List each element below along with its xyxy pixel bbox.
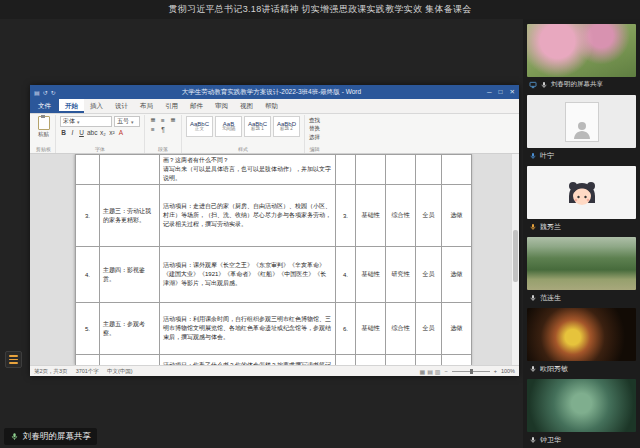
ribbon-group-font: 宋体▾ 五号▾ B I U abc x₂ x² A: [56, 115, 145, 153]
page-indicator: 第2页，共3页: [34, 368, 68, 375]
style-chip-nospace[interactable]: AaB 无间隔: [215, 116, 242, 137]
mic-icon: [529, 152, 537, 160]
bullets-icon[interactable]: ≣: [149, 116, 157, 124]
tab-review[interactable]: 审阅: [209, 99, 234, 113]
zoom-slider[interactable]: [452, 371, 490, 372]
close-button[interactable]: ✕: [510, 88, 515, 96]
select-button[interactable]: 选择: [309, 133, 320, 141]
underline-button[interactable]: U: [78, 129, 85, 136]
zoom-in-button[interactable]: +: [494, 368, 497, 374]
participant-video[interactable]: [527, 166, 636, 219]
indent-icon[interactable]: ≣: [169, 116, 177, 124]
floating-menu-button[interactable]: [5, 351, 22, 368]
tab-layout[interactable]: 布局: [134, 99, 159, 113]
hamburger-icon: [9, 355, 18, 357]
table-row: 5. 主题五：参观考察。 活动项目：利用课余时间，自行组织参观三明市红色博物馆、…: [76, 303, 472, 355]
participant-tile[interactable]: 范连生: [527, 237, 636, 304]
mic-icon: [10, 432, 19, 441]
font-color-button[interactable]: A: [117, 129, 124, 136]
document-scrollbar[interactable]: [511, 154, 519, 365]
find-button[interactable]: 查找: [309, 116, 320, 124]
tab-mailings[interactable]: 邮件: [184, 99, 209, 113]
tab-design[interactable]: 设计: [109, 99, 134, 113]
undo-icon[interactable]: ↺: [43, 89, 48, 96]
italic-button[interactable]: I: [69, 129, 76, 136]
lesson-plan-table: 画？这两者有什么不同？ 请写出来（可以是具体语言，也可以是肢体动作），并加以文字…: [75, 154, 472, 365]
participant-name: 欧阳秀敏: [540, 364, 568, 374]
pilcrow-icon[interactable]: ¶: [159, 126, 167, 133]
meeting-window: 贯彻习近平总书记3.18讲话精神 切实增强思政课实践教学实效 集体备课会 ▤ ↺…: [0, 0, 640, 448]
participant-tile[interactable]: 欧阳秀敏: [527, 308, 636, 375]
participant-name: 范连生: [540, 293, 561, 303]
quick-access-toolbar[interactable]: ▤ ↺ ↻: [34, 89, 56, 96]
participant-video[interactable]: [527, 237, 636, 290]
tab-view[interactable]: 视图: [234, 99, 259, 113]
participant-tile[interactable]: 叶宁: [527, 95, 636, 162]
numbering-icon[interactable]: ≡: [159, 117, 167, 124]
read-mode-icon[interactable]: ▦: [419, 368, 425, 375]
print-layout-icon[interactable]: ▤: [427, 368, 433, 375]
document-title: 大学生劳动教育实践教学方案设计-2022-3班4班-最终版 - Word: [60, 88, 483, 97]
bold-button[interactable]: B: [60, 129, 67, 136]
cartoon-avatar: [562, 173, 602, 213]
zoom-level: 100%: [501, 368, 515, 374]
ribbon-group-clipboard: 粘贴 剪贴板: [32, 115, 56, 153]
font-size-combo[interactable]: 五号▾: [114, 116, 140, 127]
replace-button[interactable]: 替换: [309, 124, 320, 132]
scrollbar-thumb[interactable]: [513, 230, 518, 282]
ribbon-tab-bar: 文件 开始 插入 设计 布局 引用 邮件 审阅 视图 帮助: [30, 99, 519, 114]
tab-file[interactable]: 文件: [30, 99, 59, 113]
share-banner: 刘春明的屏幕共享: [4, 428, 97, 445]
tab-references[interactable]: 引用: [159, 99, 184, 113]
word-title-bar: ▤ ↺ ↻ 大学生劳动教育实践教学方案设计-2022-3班4班-最终版 - Wo…: [30, 85, 519, 99]
participant-tile[interactable]: 刘春明的屏幕共享: [527, 24, 636, 91]
web-layout-icon[interactable]: ▥: [435, 368, 441, 375]
redo-icon[interactable]: ↻: [51, 89, 56, 96]
participant-tile[interactable]: 钟卫华: [527, 379, 636, 446]
ribbon-group-editing: 查找 替换 选择 编辑: [305, 115, 324, 153]
word-window: ▤ ↺ ↻ 大学生劳动教育实践教学方案设计-2022-3班4班-最终版 - Wo…: [30, 85, 519, 376]
maximize-button[interactable]: □: [499, 88, 503, 96]
mic-icon: [529, 294, 537, 302]
participant-name: 刘春明的屏幕共享: [551, 80, 603, 89]
participants-sidebar: 刘春明的屏幕共享 叶宁: [523, 19, 640, 448]
mic-icon: [529, 436, 537, 444]
participant-video[interactable]: [527, 24, 636, 77]
align-left-icon[interactable]: ≡: [149, 126, 157, 133]
paste-button[interactable]: 粘贴: [36, 116, 51, 138]
tab-insert[interactable]: 插入: [84, 99, 109, 113]
ribbon-group-paragraph: ≣ ≡ ≣ ≡ ¶ 段落: [145, 115, 182, 153]
mic-icon: [529, 223, 537, 231]
strikethrough-button[interactable]: abc: [87, 129, 97, 136]
share-banner-label: 刘春明的屏幕共享: [23, 431, 91, 443]
style-chip-normal[interactable]: AaBbC 正文: [186, 116, 213, 137]
clipboard-icon: [38, 116, 50, 130]
zoom-out-button[interactable]: −: [444, 368, 447, 374]
tab-help[interactable]: 帮助: [259, 99, 284, 113]
participant-name: 叶宁: [540, 151, 554, 161]
screen-share-icon: [529, 81, 537, 89]
subscript-button[interactable]: x₂: [99, 129, 106, 136]
font-name-combo[interactable]: 宋体▾: [60, 116, 112, 127]
minimize-button[interactable]: ─: [487, 88, 492, 96]
document-page: 画？这两者有什么不同？ 请写出来（可以是具体语言，也可以是肢体动作），并加以文字…: [75, 154, 471, 365]
meeting-title-bar: 贯彻习近平总书记3.18讲话精神 切实增强思政课实践教学实效 集体备课会: [0, 0, 640, 19]
mic-icon: [529, 365, 537, 373]
participant-video[interactable]: [527, 308, 636, 361]
superscript-button[interactable]: x²: [108, 129, 115, 136]
style-chip-heading1[interactable]: AaBbC 标题 1: [244, 116, 271, 137]
participant-tile[interactable]: 魏秀兰: [527, 166, 636, 233]
document-area: 画？这两者有什么不同？ 请写出来（可以是具体语言，也可以是肢体动作），并加以文字…: [30, 154, 519, 365]
meeting-title: 贯彻习近平总书记3.18讲话精神 切实增强思政课实践教学实效 集体备课会: [168, 3, 471, 16]
avatar: [565, 102, 599, 142]
ribbon: 粘贴 剪贴板 宋体▾ 五号▾ B I: [30, 114, 519, 154]
tab-home[interactable]: 开始: [59, 99, 84, 113]
participant-video[interactable]: [527, 95, 636, 148]
save-icon[interactable]: ▤: [34, 89, 40, 96]
participant-name: 钟卫华: [540, 435, 561, 445]
word-status-bar: 第2页，共3页 3701个字 中文(中国) ▦ ▤ ▥ − + 100%: [30, 365, 519, 376]
style-chip-heading2[interactable]: AaBbD 标题 2: [273, 116, 300, 137]
participant-video[interactable]: [527, 379, 636, 432]
table-row: 4. 主题四：影视鉴赏。 活动项目：课外观摩《长空之王》《东京审判》《辛亥革命》…: [76, 247, 472, 303]
mic-icon: [540, 81, 548, 89]
